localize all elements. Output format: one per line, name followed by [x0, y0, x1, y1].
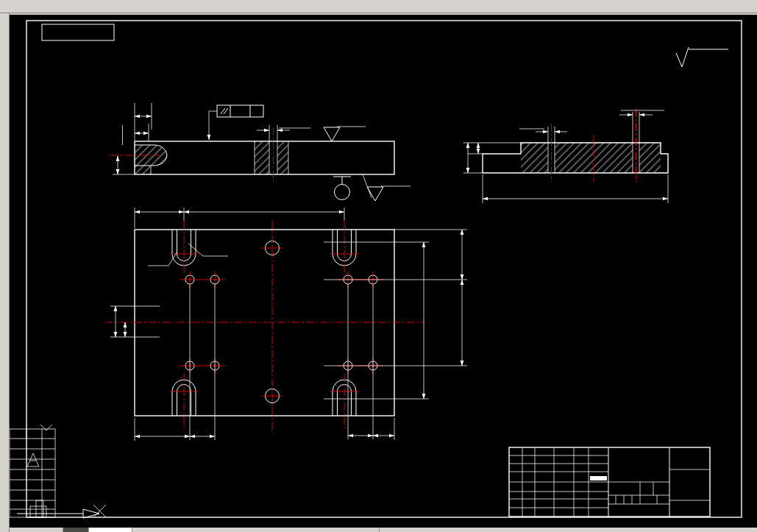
plan-view: [105, 208, 467, 441]
tb-signature-blur: [590, 476, 607, 480]
status-pane-1: [10, 528, 63, 532]
paper-frame: [26, 21, 742, 517]
status-pane-3: [89, 528, 132, 532]
section-view: [463, 109, 668, 203]
axis-x-icon: [93, 505, 106, 517]
datum-triangle-symbol: [27, 453, 39, 467]
status-pane-2: [63, 528, 89, 532]
roughness-icon: [676, 47, 728, 67]
roughness-symbol-bottom: [363, 174, 411, 201]
corner-roughness-note: [676, 47, 728, 67]
status-pane-4: [132, 528, 380, 532]
title-block: [509, 447, 710, 517]
parallelism-icon: [221, 108, 228, 114]
left-tool-strip: [0, 13, 10, 532]
centerlines: [105, 221, 425, 433]
roughness-symbol-top: [324, 127, 366, 141]
cad-drawing: [10, 15, 757, 528]
cad-application-window: { "toolbar_top": { "icons": [ {"name":"n…: [0, 0, 757, 532]
small-holes: [185, 275, 377, 370]
top-toolbar: [0, 0, 757, 13]
parallelism-fcf: [209, 105, 263, 140]
drawing-canvas[interactable]: [10, 15, 757, 528]
margin-block: [10, 425, 55, 517]
frame-corner-box: [42, 24, 114, 40]
datum-a-symbol: [333, 177, 351, 200]
front-view: [110, 103, 411, 201]
status-pane-5: [380, 528, 757, 532]
status-bar: [10, 528, 757, 532]
